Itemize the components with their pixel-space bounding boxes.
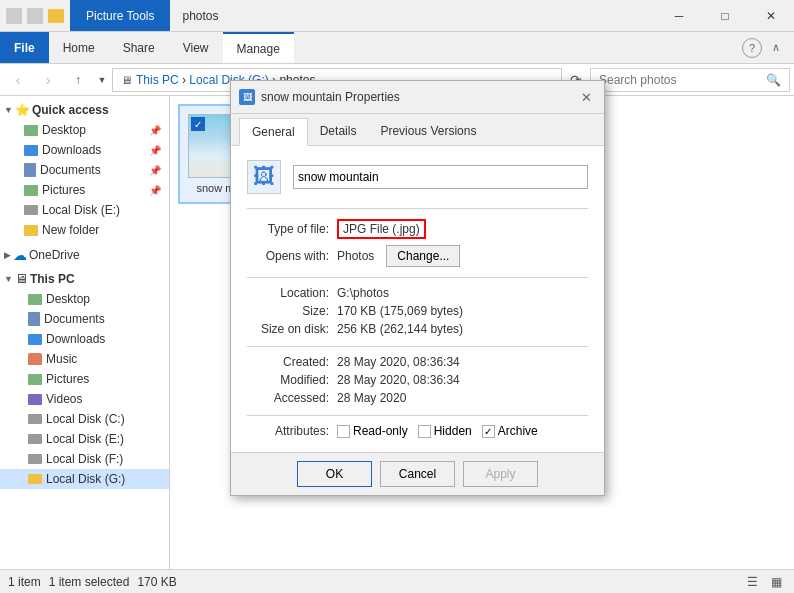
- hidden-checkbox-label[interactable]: Hidden: [418, 424, 472, 438]
- sidebar-expand-onedrive[interactable]: ▶ ☁ OneDrive: [0, 244, 169, 266]
- star-icon: ⭐: [15, 103, 30, 117]
- sidebar-item-music[interactable]: Music: [0, 349, 169, 369]
- hidden-checkbox[interactable]: [418, 425, 431, 438]
- size-label: Size:: [247, 304, 337, 318]
- file-name-input[interactable]: [293, 165, 588, 189]
- attributes-label: Attributes:: [247, 424, 337, 438]
- dialog-close-button[interactable]: ✕: [576, 87, 596, 107]
- sidebar-expand-quick[interactable]: ▼ ⭐ Quick access: [0, 100, 169, 120]
- dialog-tabs: General Details Previous Versions: [231, 114, 604, 146]
- dialog-title-icon: 🖼: [239, 89, 255, 105]
- item-count: 1 item: [8, 575, 41, 589]
- sidebar-item-pictures-quick[interactable]: Pictures 📌: [0, 180, 169, 200]
- maximize-button[interactable]: □: [702, 0, 748, 32]
- recent-locations-button[interactable]: ▼: [94, 68, 110, 92]
- accessed-value: 28 May 2020: [337, 391, 406, 405]
- sidebar-item-desktop-pc[interactable]: Desktop: [0, 289, 169, 309]
- sidebar-item-downloads-quick[interactable]: Downloads 📌: [0, 140, 169, 160]
- dialog-title-text: snow mountain Properties: [261, 90, 570, 104]
- sidebar-item-local-e[interactable]: Local Disk (E:): [0, 200, 169, 220]
- selected-count: 1 item selected: [49, 575, 130, 589]
- type-label: Type of file:: [247, 222, 337, 236]
- tab-manage[interactable]: Manage: [223, 32, 294, 63]
- cancel-button[interactable]: Cancel: [380, 461, 455, 487]
- back-button[interactable]: ‹: [4, 68, 32, 92]
- sidebar-item-documents-pc[interactable]: Documents: [0, 309, 169, 329]
- file-size-status: 170 KB: [137, 575, 176, 589]
- search-icon: 🔍: [766, 73, 781, 87]
- sidebar-item-desktop-quick[interactable]: Desktop 📌: [0, 120, 169, 140]
- sidebar-item-local-g[interactable]: Local Disk (G:): [0, 469, 169, 489]
- tab-general[interactable]: General: [239, 118, 308, 146]
- modified-label: Modified:: [247, 373, 337, 387]
- type-value: JPG File (.jpg): [337, 219, 426, 239]
- file-check: ✓: [191, 117, 205, 131]
- minimize-button[interactable]: ─: [656, 0, 702, 32]
- title-icon-blank1: [6, 8, 22, 24]
- sidebar: ▼ ⭐ Quick access Desktop 📌 Downloads 📌 D…: [0, 96, 170, 569]
- archive-checkbox[interactable]: ✓: [482, 425, 495, 438]
- size-disk-label: Size on disk:: [247, 322, 337, 336]
- sidebar-item-downloads-pc[interactable]: Downloads: [0, 329, 169, 349]
- help-icon[interactable]: ?: [742, 38, 762, 58]
- archive-checkbox-label[interactable]: ✓ Archive: [482, 424, 538, 438]
- sidebar-item-documents-quick[interactable]: Documents 📌: [0, 160, 169, 180]
- forward-button[interactable]: ›: [34, 68, 62, 92]
- file-preview-icon: 🖼: [247, 160, 281, 194]
- tab-home[interactable]: Home: [49, 32, 109, 63]
- sidebar-item-videos[interactable]: Videos: [0, 389, 169, 409]
- onedrive-icon: ☁: [13, 247, 27, 263]
- title-icon-blank2: [27, 8, 43, 24]
- computer-icon: 🖥: [15, 271, 28, 286]
- tab-file[interactable]: File: [0, 32, 49, 63]
- sidebar-item-pictures[interactable]: Pictures: [0, 369, 169, 389]
- dialog-footer: OK Cancel Apply: [231, 452, 604, 495]
- properties-dialog[interactable]: 🖼 snow mountain Properties ✕ General Det…: [230, 80, 605, 496]
- tab-share[interactable]: Share: [109, 32, 169, 63]
- tab-view[interactable]: View: [169, 32, 223, 63]
- dialog-titlebar: 🖼 snow mountain Properties ✕: [231, 81, 604, 114]
- readonly-checkbox[interactable]: [337, 425, 350, 438]
- grid-view-button[interactable]: ▦: [766, 572, 786, 592]
- sidebar-item-local-f[interactable]: Local Disk (F:): [0, 449, 169, 469]
- picture-tools-tab[interactable]: Picture Tools: [70, 0, 170, 31]
- readonly-checkbox-label[interactable]: Read-only: [337, 424, 408, 438]
- dialog-content: 🖼 Type of file: JPG File (.jpg) Opens wi…: [231, 146, 604, 452]
- title-icon-folder: [48, 9, 64, 23]
- size-disk-value: 256 KB (262,144 bytes): [337, 322, 463, 336]
- close-button[interactable]: ✕: [748, 0, 794, 32]
- location-value: G:\photos: [337, 286, 389, 300]
- search-input[interactable]: [599, 73, 762, 87]
- title-secondary: photos: [170, 0, 230, 31]
- ok-button[interactable]: OK: [297, 461, 372, 487]
- created-value: 28 May 2020, 08:36:34: [337, 355, 460, 369]
- sidebar-item-new-folder[interactable]: New folder: [0, 220, 169, 240]
- change-button[interactable]: Change...: [386, 245, 460, 267]
- accessed-label: Accessed:: [247, 391, 337, 405]
- tab-details[interactable]: Details: [308, 118, 369, 145]
- opens-label: Opens with:: [247, 249, 337, 263]
- apply-button[interactable]: Apply: [463, 461, 538, 487]
- ribbon-collapse-icon[interactable]: ∧: [766, 38, 786, 58]
- location-label: Location:: [247, 286, 337, 300]
- sidebar-item-local-e2[interactable]: Local Disk (E:): [0, 429, 169, 449]
- sidebar-item-local-c[interactable]: Local Disk (C:): [0, 409, 169, 429]
- opens-value: Photos: [337, 249, 374, 263]
- size-value: 170 KB (175,069 bytes): [337, 304, 463, 318]
- created-label: Created:: [247, 355, 337, 369]
- sidebar-expand-thispc[interactable]: ▼ 🖥 This PC: [0, 268, 169, 289]
- up-button[interactable]: ↑: [64, 68, 92, 92]
- modified-value: 28 May 2020, 08:36:34: [337, 373, 460, 387]
- tab-previous-versions[interactable]: Previous Versions: [368, 118, 488, 145]
- list-view-button[interactable]: ☰: [742, 572, 762, 592]
- status-bar: 1 item 1 item selected 170 KB ☰ ▦: [0, 569, 794, 593]
- search-box[interactable]: 🔍: [590, 68, 790, 92]
